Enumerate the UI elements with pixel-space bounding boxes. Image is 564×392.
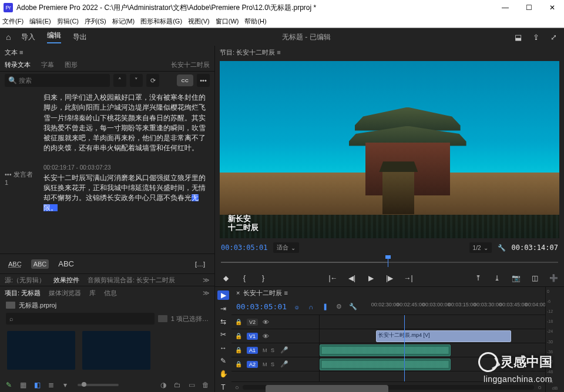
transcript-body[interactable]: 归来，同学们进入校园戴好口罩，没有被寒冬封住的脚步，此刻向阳而上沪城河边堤岸兴隆… bbox=[0, 89, 214, 254]
transcript-segment[interactable]: 归来，同学们进入校园戴好口罩，没有被寒冬封住的脚步，此刻向阳而上沪城河边堤岸兴隆… bbox=[5, 93, 210, 154]
segment-text[interactable]: 归来，同学们进入校园戴好口罩，没有被寒冬封住的脚步，此刻向阳而上沪城河边堤岸兴隆… bbox=[43, 93, 210, 154]
segment-text[interactable]: 长安十二时辰写满山河消磨老风口倔强挺立狼牙里的疯狂换来花开，正和我城中绵延流转兴… bbox=[43, 174, 206, 202]
menu-file[interactable]: 文件(F) bbox=[2, 17, 24, 26]
timeline-timecode[interactable]: 00:03:05:01 bbox=[236, 302, 287, 311]
prev-result-button[interactable]: ˄ bbox=[113, 74, 126, 87]
lift-icon[interactable]: ⤒ bbox=[474, 273, 483, 283]
mark-out-icon[interactable]: } bbox=[258, 273, 268, 283]
menu-help[interactable]: 帮助(H) bbox=[244, 17, 266, 26]
program-header[interactable]: 节目: 长安十二时辰 ≡ bbox=[215, 46, 564, 59]
freeform-view-icon[interactable]: ◧ bbox=[33, 381, 41, 389]
button-editor-icon[interactable]: ➕ bbox=[549, 273, 558, 283]
audio-clip[interactable] bbox=[320, 344, 451, 356]
list-view-icon[interactable]: ≣ bbox=[47, 381, 55, 389]
thumb-size-slider[interactable] bbox=[78, 384, 119, 386]
program-tc-current[interactable]: 00:03:05:01 bbox=[221, 244, 267, 252]
track-tag[interactable]: V2 bbox=[247, 319, 258, 326]
trash-icon[interactable]: 🗑 bbox=[202, 381, 210, 389]
case-toggle[interactable]: ABC bbox=[31, 259, 49, 269]
project-items[interactable] bbox=[0, 326, 214, 378]
tab-project[interactable]: 项目: 无标题 bbox=[5, 289, 41, 298]
track-tag[interactable]: A1 bbox=[247, 347, 258, 354]
home-icon[interactable]: ⌂ bbox=[6, 32, 11, 42]
menu-window[interactable]: 窗口(W) bbox=[216, 17, 239, 26]
workspace-tab-import[interactable]: 导入 bbox=[21, 32, 35, 42]
wrench-icon[interactable]: 🔧 bbox=[349, 303, 357, 311]
marker-icon[interactable]: ❚ bbox=[321, 303, 329, 311]
close-button[interactable]: ✕ bbox=[540, 0, 564, 15]
mic-icon[interactable]: 🎤 bbox=[280, 346, 288, 354]
audio-clip[interactable] bbox=[320, 359, 451, 370]
zoom-fit-dropdown[interactable]: 适合⌄ bbox=[273, 242, 299, 253]
pen-icon[interactable]: ✎ bbox=[5, 381, 13, 389]
transcript-segment[interactable]: ••• 发言者 1 00:02:19:17 - 00:03:07:23 长安十二… bbox=[5, 163, 210, 214]
texttab-captions[interactable]: 字幕 bbox=[41, 60, 54, 69]
export-frame-icon[interactable]: 📷 bbox=[511, 273, 521, 283]
quick-export-icon[interactable]: ⬓ bbox=[513, 32, 523, 42]
auto-match-icon[interactable]: ◑ bbox=[159, 381, 167, 389]
track-header-v2[interactable]: 🔒 V2 👁 bbox=[231, 315, 319, 329]
text-panel-header[interactable]: 文本 ≡ bbox=[0, 46, 214, 59]
program-viewer[interactable]: 新长安 十二时辰 bbox=[220, 61, 559, 238]
project-tabs-overflow[interactable]: ≫ bbox=[203, 289, 210, 297]
eye-icon[interactable]: 👁 bbox=[263, 333, 269, 340]
selection-tool[interactable]: ▶ bbox=[217, 290, 229, 300]
texttab-transcript[interactable]: 转录文本 bbox=[5, 60, 31, 69]
project-search[interactable]: ⌕ bbox=[6, 313, 155, 325]
play-icon[interactable]: ▶ bbox=[366, 273, 375, 283]
fullscreen-icon[interactable]: ⤢ bbox=[549, 32, 558, 42]
eye-icon[interactable]: 👁 bbox=[263, 319, 269, 326]
speaker-label[interactable]: ••• 发言者 1 bbox=[5, 163, 38, 214]
zoom-out-icon[interactable]: ○ bbox=[235, 384, 239, 391]
razor-tool[interactable]: ✂ bbox=[217, 330, 229, 339]
maximize-button[interactable]: ☐ bbox=[517, 0, 540, 15]
add-marker-icon[interactable]: ◆ bbox=[221, 273, 230, 283]
hand-tool[interactable]: ✋ bbox=[217, 369, 229, 379]
step-back-icon[interactable]: ◀| bbox=[347, 273, 357, 283]
timeline-ruler[interactable]: 00:02:30:00 00:02:45:00 00:03:00:00 00:0… bbox=[362, 302, 545, 312]
lock-icon[interactable]: 🔒 bbox=[235, 347, 242, 353]
menu-view[interactable]: 视图(V) bbox=[188, 17, 210, 26]
texttab-graphics[interactable]: 图形 bbox=[65, 60, 78, 69]
track-header-a2[interactable]: 🔒 A2 M S 🎤 bbox=[231, 357, 319, 371]
find-icon[interactable]: ▭ bbox=[187, 381, 196, 389]
project-item-thumb[interactable] bbox=[82, 331, 150, 370]
type-tool[interactable]: T bbox=[217, 383, 229, 392]
workspace-tab-edit[interactable]: 编辑 bbox=[47, 31, 61, 43]
tabs-overflow[interactable]: ≫ bbox=[203, 276, 210, 284]
tab-audio-mixer[interactable]: 音频剪辑混合器: 长安十二时辰 bbox=[88, 276, 175, 285]
menu-sequence[interactable]: 序列(S) bbox=[85, 17, 106, 26]
filter-bin-icon[interactable] bbox=[158, 315, 167, 322]
resolution-dropdown[interactable]: 1/2⌄ bbox=[469, 242, 492, 253]
timeline-sequence-tab[interactable]: × 长安十二时辰 ≡ bbox=[231, 287, 545, 299]
zoom-in-icon[interactable]: ○ bbox=[538, 384, 542, 391]
tab-media-browser[interactable]: 媒体浏览器 bbox=[49, 289, 81, 298]
snap-icon[interactable]: ⌾ bbox=[293, 303, 301, 311]
ripple-tool[interactable]: ⇆ bbox=[217, 317, 229, 326]
next-result-button[interactable]: ˅ bbox=[130, 74, 143, 87]
timeline-zoom-scrollbar[interactable] bbox=[243, 385, 535, 390]
slip-tool[interactable]: ↔ bbox=[217, 343, 229, 353]
mute-solo[interactable]: M S bbox=[263, 347, 276, 353]
lock-icon[interactable]: 🔒 bbox=[235, 333, 242, 339]
transcript-search[interactable]: 🔍 bbox=[5, 74, 110, 87]
extract-icon[interactable]: ⤓ bbox=[492, 273, 502, 283]
track-header-v1[interactable]: 🔒 V1 👁 bbox=[231, 329, 319, 343]
create-captions-button[interactable]: CC bbox=[177, 75, 193, 86]
menu-markers[interactable]: 标记(M) bbox=[112, 17, 135, 26]
track-v1[interactable]: 长安十二时辰.mp4 [V] bbox=[320, 329, 545, 343]
wrench-icon[interactable]: 🔧 bbox=[498, 244, 506, 252]
video-clip[interactable]: 长安十二时辰.mp4 [V] bbox=[376, 330, 511, 342]
share-icon[interactable]: ⇪ bbox=[531, 32, 540, 42]
linked-selection-icon[interactable]: ∩ bbox=[307, 303, 315, 311]
search-input[interactable] bbox=[16, 77, 106, 84]
project-filename[interactable]: 无标题.prproj bbox=[19, 301, 56, 310]
program-tc-duration[interactable]: 00:03:14:07 bbox=[512, 244, 558, 252]
mic-icon[interactable]: 🎤 bbox=[280, 360, 288, 368]
step-fwd-icon[interactable]: |▶ bbox=[385, 273, 394, 283]
timeline-playhead[interactable] bbox=[404, 315, 405, 381]
mute-solo[interactable]: M S bbox=[263, 361, 276, 367]
track-header-a1[interactable]: 🔒 A1 M S 🎤 bbox=[231, 343, 319, 357]
goto-out-icon[interactable]: →| bbox=[404, 273, 413, 283]
mark-in-icon[interactable]: { bbox=[240, 273, 249, 283]
